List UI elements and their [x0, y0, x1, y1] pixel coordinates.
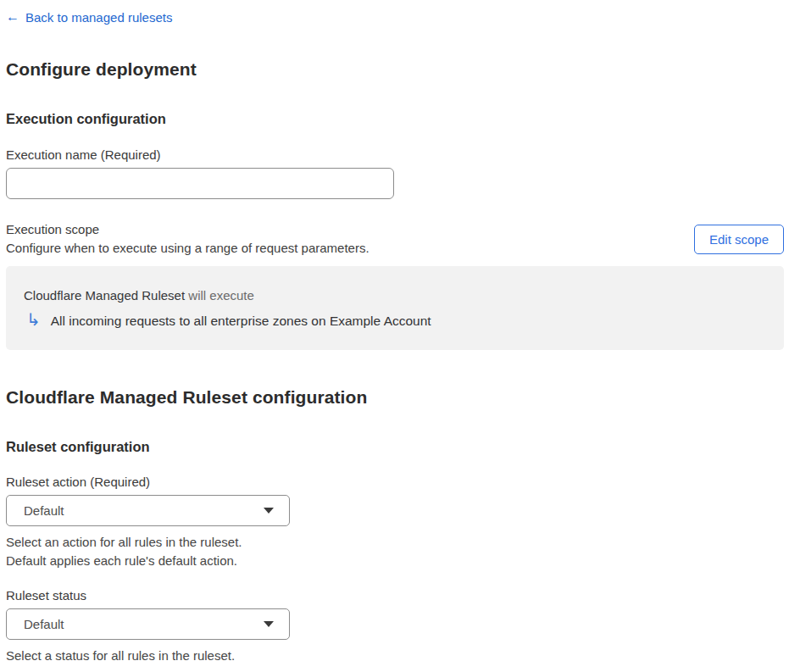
- execution-scope-description: Configure when to execute using a range …: [6, 239, 369, 258]
- execution-scope-row: Execution scope Configure when to execut…: [6, 220, 784, 258]
- back-to-managed-rulesets-link[interactable]: ← Back to managed rulesets: [6, 10, 172, 25]
- summary-scope-text: All incoming requests to all enterprise …: [51, 314, 431, 329]
- ruleset-action-help-1: Select an action for all rules in the ru…: [6, 533, 784, 552]
- chevron-down-icon: [264, 508, 274, 514]
- ruleset-status-selected-value: Default: [24, 617, 64, 631]
- execution-name-label: Execution name (Required): [6, 147, 784, 162]
- summary-will-execute: will execute: [185, 288, 254, 303]
- back-row: ← Back to managed rulesets: [6, 9, 784, 25]
- back-link-label: Back to managed rulesets: [25, 10, 172, 25]
- page-title: Configure deployment: [6, 59, 784, 80]
- configure-deployment-page: ← Back to managed rulesets Configure dep…: [0, 9, 789, 665]
- execution-name-input[interactable]: [6, 168, 394, 199]
- ruleset-action-help-2: Default applies each rule's default acti…: [6, 552, 784, 570]
- execution-configuration-heading: Execution configuration: [6, 111, 784, 127]
- ruleset-status-help: Select a status for all rules in the rul…: [6, 647, 784, 665]
- ruleset-action-select[interactable]: Default: [6, 495, 290, 526]
- ruleset-action-label: Ruleset action (Required): [6, 475, 784, 489]
- summary-ruleset-name: Cloudflare Managed Ruleset: [24, 288, 185, 303]
- summary-headline: Cloudflare Managed Ruleset will execute: [24, 288, 766, 303]
- back-arrow-icon: ←: [6, 10, 19, 24]
- chevron-down-icon: [264, 621, 274, 627]
- nested-arrow-icon: ↳: [26, 311, 41, 328]
- ruleset-configuration-page-title: Cloudflare Managed Ruleset configuration: [6, 387, 784, 408]
- execution-summary-box: Cloudflare Managed Ruleset will execute …: [6, 266, 784, 350]
- ruleset-configuration-heading: Ruleset configuration: [6, 439, 784, 455]
- ruleset-status-label: Ruleset status: [6, 588, 784, 603]
- execution-scope-text-block: Execution scope Configure when to execut…: [6, 220, 369, 258]
- ruleset-action-selected-value: Default: [24, 503, 64, 518]
- ruleset-status-select[interactable]: Default: [6, 608, 290, 640]
- execution-scope-label: Execution scope: [6, 220, 369, 239]
- edit-scope-button[interactable]: Edit scope: [694, 225, 784, 254]
- summary-scope-line: ↳ All incoming requests to all enterpris…: [24, 314, 766, 329]
